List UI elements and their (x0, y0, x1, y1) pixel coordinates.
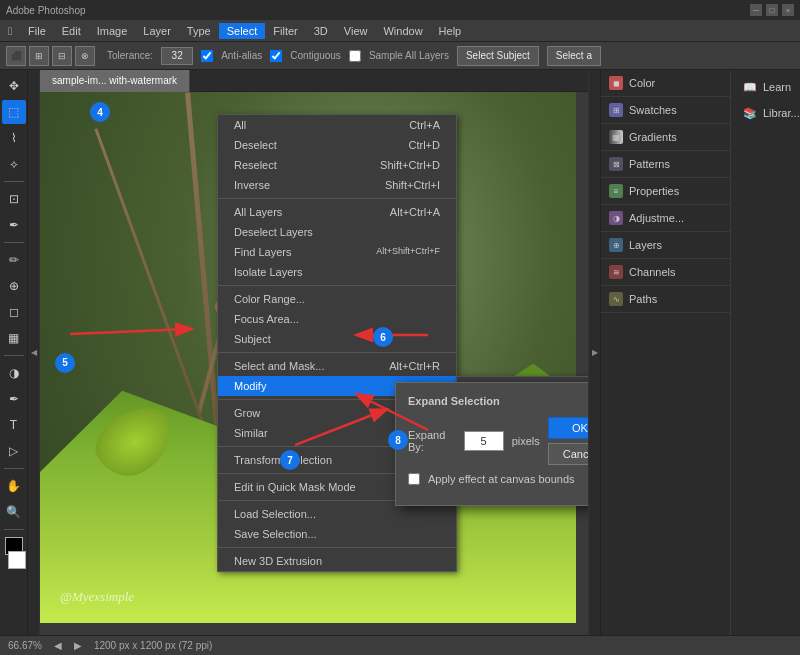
adjustments-label: Adjustme... (629, 212, 684, 224)
menu-help[interactable]: Help (431, 23, 470, 39)
nav-next[interactable]: ▶ (74, 640, 82, 651)
select-all[interactable]: AllCtrl+A (218, 115, 456, 135)
select-inverse[interactable]: InverseShift+Ctrl+I (218, 175, 456, 195)
contiguous-checkbox[interactable] (270, 50, 282, 62)
panel-swatches: ⊞ Swatches (601, 97, 730, 124)
ok-btn[interactable]: OK (548, 417, 588, 439)
vertical-scrollbar[interactable] (576, 92, 588, 635)
tool-option-3[interactable]: ⊟ (52, 46, 72, 66)
panel-adjustments-header[interactable]: ◑ Adjustme... (601, 205, 730, 231)
tool-move[interactable]: ✥ (2, 74, 26, 98)
panel-properties-header[interactable]: ≡ Properties (601, 178, 730, 204)
apply-effect-checkbox[interactable] (408, 473, 420, 485)
panel-channels-header[interactable]: ≋ Channels (601, 259, 730, 285)
color-label: Color (629, 77, 655, 89)
menu-3d[interactable]: 3D (306, 23, 336, 39)
menu-type[interactable]: Type (179, 23, 219, 39)
menu-view[interactable]: View (336, 23, 376, 39)
menu-image[interactable]: Image (89, 23, 136, 39)
panel-layers: ⊕ Layers (601, 232, 730, 259)
right-panel-col1: ◼ Color ⊞ Swatches ▦ Gradients (601, 70, 730, 635)
separator-1 (218, 198, 456, 199)
select-subject-btn[interactable]: Select Subject (457, 46, 539, 66)
menu-window[interactable]: Window (375, 23, 430, 39)
left-panel-collapse[interactable]: ◀ (28, 70, 40, 635)
tool-brush[interactable]: ✏ (2, 248, 26, 272)
tool-hand[interactable]: ✋ (2, 474, 26, 498)
select-reselect[interactable]: ReselectShift+Ctrl+D (218, 155, 456, 175)
doc-tab-active[interactable]: sample-im... with-watermark (40, 70, 190, 92)
titlebar: Adobe Photoshop ─ □ × (0, 0, 800, 20)
panel-color-header[interactable]: ◼ Color (601, 70, 730, 96)
menu-layer[interactable]: Layer (135, 23, 179, 39)
select-isolate-layers[interactable]: Isolate Layers (218, 262, 456, 282)
horizontal-scrollbar[interactable] (40, 623, 576, 635)
tool-lasso[interactable]: ⌇ (2, 126, 26, 150)
toolbar-divider-4 (4, 468, 24, 469)
antialias-checkbox[interactable] (201, 50, 213, 62)
panel-layers-header[interactable]: ⊕ Layers (601, 232, 730, 258)
select-all-layers[interactable]: All LayersAlt+Ctrl+A (218, 202, 456, 222)
menu-filter[interactable]: Filter (265, 23, 305, 39)
menu-file[interactable]: File (20, 23, 54, 39)
select-and-mask[interactable]: Select and Mask...Alt+Ctrl+R (218, 356, 456, 376)
select-deselect-layers[interactable]: Deselect Layers (218, 222, 456, 242)
apply-effect-label: Apply effect at canvas bounds (428, 473, 575, 485)
select-load[interactable]: Load Selection... (218, 504, 456, 524)
separator-2 (218, 285, 456, 286)
maximize-btn[interactable]: □ (766, 4, 778, 16)
right-panel-collapse[interactable]: ▶ (588, 70, 600, 635)
panel-paths-header[interactable]: ∿ Paths (601, 286, 730, 312)
tool-crop[interactable]: ⊡ (2, 187, 26, 211)
panel-patterns-header[interactable]: ⊠ Patterns (601, 151, 730, 177)
menu-select[interactable]: Select (219, 23, 266, 39)
channels-label: Channels (629, 266, 675, 278)
paths-icon: ∿ (609, 292, 623, 306)
expand-by-input[interactable] (464, 431, 504, 451)
panel-swatches-header[interactable]: ⊞ Swatches (601, 97, 730, 123)
minimize-btn[interactable]: ─ (750, 4, 762, 16)
tool-magic-wand[interactable]: ⟡ (2, 152, 26, 176)
tool-clone[interactable]: ⊕ (2, 274, 26, 298)
select-find-layers[interactable]: Find LayersAlt+Shift+Ctrl+F (218, 242, 456, 262)
tool-option-4[interactable]: ⊗ (75, 46, 95, 66)
tool-marquee[interactable]: ⬚ (2, 100, 26, 124)
nav-prev[interactable]: ◀ (54, 640, 62, 651)
annotation-7: 7 (280, 450, 300, 470)
cancel-btn[interactable]: Cancel (548, 443, 588, 465)
separator-3 (218, 352, 456, 353)
apply-effect-row: Apply effect at canvas bounds (408, 473, 588, 485)
swatches-icon: ⊞ (609, 103, 623, 117)
canvas-area[interactable]: @Myexsimple 4 5 AllCtrl+A DeselectCtrl+D… (40, 92, 588, 635)
tool-eraser[interactable]: ◻ (2, 300, 26, 324)
app-title: Adobe Photoshop (6, 5, 86, 16)
select-and-mask-btn[interactable]: Select a (547, 46, 601, 66)
separator-8 (218, 547, 456, 548)
tool-option-1[interactable]: ⬛ (6, 46, 26, 66)
menu-ps[interactable]:  (0, 23, 20, 39)
libraries-header[interactable]: 📚 Librar... (735, 100, 796, 126)
tool-pen[interactable]: ✒ (2, 387, 26, 411)
menu-edit[interactable]: Edit (54, 23, 89, 39)
panel-patterns: ⊠ Patterns (601, 151, 730, 178)
select-3d-extrusion[interactable]: New 3D Extrusion (218, 551, 456, 571)
tool-zoom[interactable]: 🔍 (2, 500, 26, 524)
tool-path[interactable]: ▷ (2, 439, 26, 463)
sample-all-layers-checkbox[interactable] (349, 50, 361, 62)
tool-option-2[interactable]: ⊞ (29, 46, 49, 66)
options-bar: ⬛ ⊞ ⊟ ⊗ Tolerance: Anti-alias Contiguous… (0, 42, 800, 70)
select-save[interactable]: Save Selection... (218, 524, 456, 544)
tolerance-input[interactable] (161, 47, 193, 65)
panel-gradients-header[interactable]: ▦ Gradients (601, 124, 730, 150)
select-deselect[interactable]: DeselectCtrl+D (218, 135, 456, 155)
close-btn[interactable]: × (782, 4, 794, 16)
tool-eyedropper[interactable]: ✒ (2, 213, 26, 237)
toolbar-divider-1 (4, 181, 24, 182)
libraries-icon: 📚 (743, 107, 757, 120)
tool-dodge[interactable]: ◑ (2, 361, 26, 385)
tool-gradient[interactable]: ▦ (2, 326, 26, 350)
background-color[interactable] (8, 551, 26, 569)
learn-header[interactable]: 📖 Learn (735, 74, 796, 100)
tool-type[interactable]: T (2, 413, 26, 437)
select-color-range[interactable]: Color Range... (218, 289, 456, 309)
